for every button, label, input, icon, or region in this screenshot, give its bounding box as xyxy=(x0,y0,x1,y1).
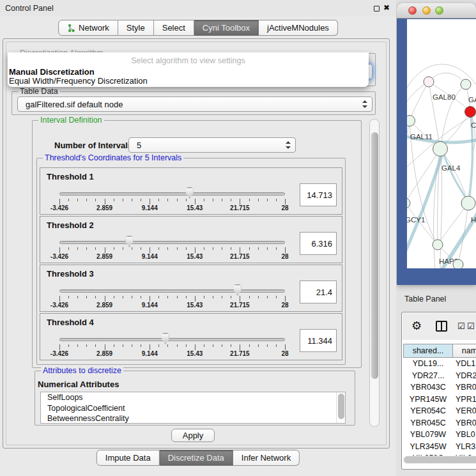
checkbox-icon[interactable]: ☑ xyxy=(457,321,465,331)
minimize-traffic-light[interactable] xyxy=(422,6,431,15)
cell-shared-name[interactable]: YDL19... xyxy=(403,358,453,370)
cell-name[interactable]: YDL1 xyxy=(453,358,476,370)
settings-gear-icon[interactable]: ⚙ xyxy=(411,319,422,332)
control-panel-titlebar: Control Panel ✖ xyxy=(0,0,396,17)
cell-name[interactable]: YBR0 xyxy=(453,417,476,429)
network-graph[interactable]: GAL80GACGAL11GAL4GCY1HHAP2 xyxy=(407,19,476,268)
popup-item-manual-discretization[interactable]: Manual Discretization xyxy=(9,67,95,77)
numerical-attributes-list[interactable]: SelfLoopsTopologicalCoefficientBetweenne… xyxy=(40,392,346,424)
cell-shared-name[interactable]: YPR145W xyxy=(403,394,453,406)
threshold-slider[interactable]: -3.4262.8599.14415.4321.71528 xyxy=(59,330,285,360)
threshold-slider[interactable]: -3.4262.8599.14415.4321.71528 xyxy=(59,185,285,214)
hscrollbar-thumb[interactable] xyxy=(404,456,476,463)
table-row[interactable]: YPR145WYPR1 xyxy=(403,394,476,406)
close-traffic-light[interactable] xyxy=(408,6,417,15)
network-node-c[interactable] xyxy=(465,107,476,118)
combo-value: 5 xyxy=(137,141,141,150)
table-row[interactable]: YDL19...YDL1 xyxy=(403,358,476,370)
tab-cyni-toolbox[interactable]: Cyni Toolbox xyxy=(194,20,259,36)
thresholds-coordinates-group: Threshold's Coordinates for 5 Intervals … xyxy=(36,158,346,365)
attribute-item[interactable]: BetweennessCentrality xyxy=(41,413,345,424)
scale-tick-label: 9.144 xyxy=(142,204,158,211)
combo-arrows-icon xyxy=(362,100,367,108)
cell-shared-name[interactable]: YLR345W xyxy=(403,441,453,453)
network-node-h[interactable] xyxy=(461,196,475,210)
cell-shared-name[interactable]: YBR043C xyxy=(403,381,453,394)
tab-infer-network[interactable]: Infer Network xyxy=(233,450,300,466)
network-canvas[interactable]: GAL80GACGAL11GAL4GCY1HHAP2 xyxy=(407,19,476,268)
cell-name[interactable]: YBL0 xyxy=(453,429,476,441)
network-node-gal80[interactable] xyxy=(424,77,434,87)
cell-name[interactable]: YLR3 xyxy=(453,441,476,453)
scale-tick-label: 2.859 xyxy=(96,302,112,309)
table-row[interactable]: YBR045CYBR0 xyxy=(403,417,476,429)
cell-name[interactable]: YBR0 xyxy=(453,381,476,394)
content-scrollbar-thumb[interactable] xyxy=(371,132,378,379)
attribute-item[interactable]: TopologicalCoefficient xyxy=(41,403,345,414)
tab-discretize-data[interactable]: Discretize Data xyxy=(160,450,233,466)
slider-thumb[interactable] xyxy=(160,333,170,344)
threshold-slider[interactable]: -3.4262.8599.14415.4321.71528 xyxy=(59,282,285,311)
checkbox-icon[interactable]: ☑ xyxy=(467,321,475,331)
cell-name[interactable]: YDR2 xyxy=(453,370,476,382)
threshold-slider[interactable]: -3.4262.8599.14415.4321.71528 xyxy=(59,233,285,263)
network-node-gal4[interactable] xyxy=(433,142,448,157)
close-icon[interactable]: ✖ xyxy=(383,3,390,12)
table-horizontal-scrollbar[interactable] xyxy=(403,456,476,464)
threshold-value-field[interactable]: 21.4 xyxy=(300,280,337,303)
split-columns-icon[interactable] xyxy=(436,321,447,332)
network-node-gcy1[interactable] xyxy=(407,198,410,208)
tab-label: Style xyxy=(127,23,145,33)
slider-thumb[interactable] xyxy=(185,187,194,199)
number-of-intervals-combobox[interactable]: 5 xyxy=(128,137,296,153)
table-data-combobox[interactable]: galFiltered.sif default node xyxy=(17,96,372,112)
threshold-value-field[interactable]: 11.344 xyxy=(300,329,337,352)
tab-select[interactable]: Select xyxy=(154,20,194,36)
table-row[interactable]: YLR345WYLR3 xyxy=(403,441,476,453)
slider-thumb[interactable] xyxy=(125,236,134,247)
group-title: Table Data xyxy=(18,87,60,96)
slider-track[interactable] xyxy=(59,338,285,341)
threshold-value-field[interactable]: 6.316 xyxy=(300,232,337,255)
threshold-value-field[interactable]: 14.713 xyxy=(300,183,337,206)
table-row[interactable]: YBR043CYBR0 xyxy=(403,381,476,394)
tab-style[interactable]: Style xyxy=(118,20,154,36)
slider-track[interactable] xyxy=(59,241,285,244)
content-scrollbar[interactable] xyxy=(369,119,380,427)
threshold-panel-2: Threshold 2-3.4262.8599.14415.4321.71528… xyxy=(40,216,342,263)
network-node-gal11[interactable] xyxy=(407,116,415,127)
slider-thumb[interactable] xyxy=(233,284,242,296)
numerical-attributes-label: Numerical Attributes xyxy=(38,380,119,389)
network-node-hap2[interactable] xyxy=(433,240,443,250)
cell-name[interactable]: YER0 xyxy=(453,405,476,417)
table-row[interactable]: YDR27...YDR2 xyxy=(403,370,476,382)
network-node[interactable] xyxy=(453,259,463,268)
cell-shared-name[interactable]: YBL079W xyxy=(403,429,453,441)
scale-tick-label: 15.43 xyxy=(187,204,203,211)
cell-shared-name[interactable]: YDR27... xyxy=(403,370,453,382)
cell-shared-name[interactable]: YER054C xyxy=(403,405,453,417)
tab-network[interactable]: Network xyxy=(58,20,118,36)
float-window-icon[interactable] xyxy=(374,6,380,12)
popup-item-equal-width-frequency[interactable]: Equal Width/Frequency Discretization xyxy=(9,76,148,86)
network-node-ga[interactable] xyxy=(461,79,471,89)
cell-shared-name[interactable]: YBR045C xyxy=(403,417,453,429)
column-header-shared-name[interactable]: shared... xyxy=(403,344,453,358)
node-label: GA xyxy=(468,96,476,104)
list-scrollbar-thumb[interactable] xyxy=(338,394,344,419)
list-scrollbar[interactable] xyxy=(336,392,345,423)
scale-tick-label: 15.43 xyxy=(187,302,203,309)
table-row[interactable]: YBL079WYBL0 xyxy=(403,429,476,441)
tab-impute-data[interactable]: Impute Data xyxy=(96,450,160,466)
tab-jactivemnodules[interactable]: jActiveMNodules xyxy=(259,20,338,36)
zoom-traffic-light[interactable] xyxy=(435,6,443,15)
apply-button[interactable]: Apply xyxy=(171,429,215,442)
table-row[interactable]: YER054CYER0 xyxy=(403,405,476,417)
cell-name[interactable]: YPR1 xyxy=(453,394,476,406)
slider-track[interactable] xyxy=(59,192,285,196)
attribute-item[interactable]: SelfLoops xyxy=(41,392,345,403)
network-window-titlebar[interactable] xyxy=(397,3,476,19)
slider-track[interactable] xyxy=(59,289,285,293)
network-edge xyxy=(407,121,410,163)
column-header-name[interactable]: name xyxy=(453,344,476,358)
